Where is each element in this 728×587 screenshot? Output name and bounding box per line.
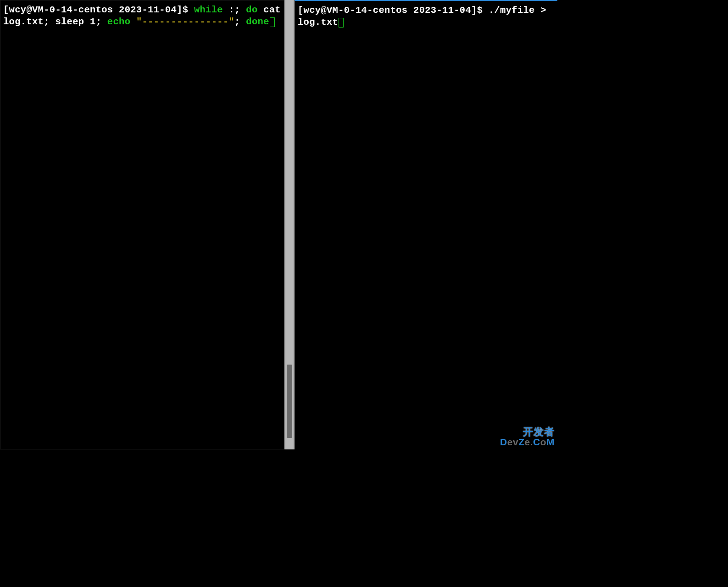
prompt-left: [wcy@VM-0-14-centos 2023-11-04]$	[3, 5, 194, 15]
terminal-pane-right[interactable]: [wcy@VM-0-14-centos 2023-11-04]$ ./myfil…	[295, 0, 557, 449]
text-fragment: :;	[223, 5, 246, 15]
scrollbar-thumb[interactable]	[287, 365, 292, 438]
keyword-echo: echo	[107, 17, 130, 27]
terminal-pane-left[interactable]: [wcy@VM-0-14-centos 2023-11-04]$ while :…	[0, 0, 284, 449]
keyword-do: do	[246, 5, 257, 15]
terminal-content-right[interactable]: [wcy@VM-0-14-centos 2023-11-04]$ ./myfil…	[295, 1, 557, 32]
watermark: 开发者 DevZe.CoM	[500, 427, 555, 447]
prompt-right: [wcy@VM-0-14-centos 2023-11-04]$	[298, 5, 489, 16]
terminal-content-left[interactable]: [wcy@VM-0-14-centos 2023-11-04]$ while :…	[0, 0, 284, 31]
watermark-line1: 开发者	[500, 427, 555, 437]
watermark-line2: DevZe.CoM	[500, 437, 555, 447]
pane-divider[interactable]	[284, 0, 295, 449]
text-fragment: ;	[234, 17, 246, 27]
cursor-right	[339, 18, 344, 28]
cursor-left	[270, 17, 275, 27]
keyword-done: done	[246, 17, 269, 27]
string-literal: "---------------"	[136, 17, 234, 27]
keyword-while: while	[194, 5, 223, 15]
text-fragment	[130, 17, 136, 27]
